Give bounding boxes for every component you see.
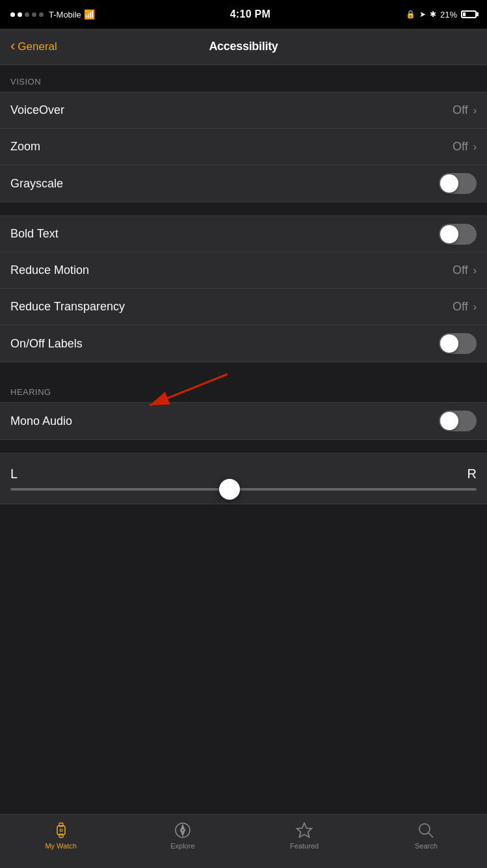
svg-line-11 xyxy=(428,833,433,837)
signal-dot-4 xyxy=(32,12,36,17)
svg-marker-9 xyxy=(297,823,312,837)
compass-icon xyxy=(174,821,192,839)
hearing-group: Mono Audio xyxy=(0,402,487,440)
mono-audio-label: Mono Audio xyxy=(10,414,72,428)
slider-labels: L R xyxy=(10,467,477,481)
zoom-label: Zoom xyxy=(10,140,40,154)
bold-text-toggle[interactable] xyxy=(439,224,477,245)
toggle-knob xyxy=(440,412,458,430)
back-button[interactable]: ‹ General xyxy=(10,40,57,53)
chevron-right-icon: › xyxy=(473,301,477,313)
signal-dot-1 xyxy=(10,12,15,17)
nav-bar: ‹ General Accessibility xyxy=(0,29,487,65)
voiceover-label: VoiceOver xyxy=(10,103,64,117)
onoff-labels-label: On/Off Labels xyxy=(10,337,83,351)
onoff-labels-toggle[interactable] xyxy=(439,333,477,354)
tab-featured[interactable]: Featured xyxy=(244,820,365,850)
tab-featured-label: Featured xyxy=(290,842,319,850)
spacer-1 xyxy=(0,202,487,215)
voiceover-row[interactable]: VoiceOver Off › xyxy=(0,92,487,129)
watch-icon xyxy=(52,821,70,839)
location-icon: ➤ xyxy=(419,10,426,19)
status-time: 4:10 PM xyxy=(230,8,271,20)
grayscale-label: Grayscale xyxy=(10,177,63,191)
bluetooth-icon: ✱ xyxy=(430,10,436,19)
lock-icon: 🔒 xyxy=(406,10,415,19)
carrier-label: T-Mobile xyxy=(49,10,81,20)
spacer-2 xyxy=(0,362,487,375)
toggle-knob xyxy=(440,334,458,353)
svg-marker-7 xyxy=(181,825,185,830)
chevron-right-icon: › xyxy=(473,105,477,116)
svg-rect-2 xyxy=(57,826,65,835)
svg-point-5 xyxy=(60,829,62,832)
page-title: Accessibility xyxy=(209,40,278,53)
section-header-hearing: HEARING xyxy=(0,375,487,402)
grayscale-toggle[interactable] xyxy=(439,173,477,194)
reduce-transparency-label: Reduce Transparency xyxy=(10,300,125,314)
slider-track[interactable] xyxy=(10,488,477,491)
mono-audio-row[interactable]: Mono Audio xyxy=(0,403,487,439)
reduce-transparency-value: Off › xyxy=(453,300,477,314)
slider-thumb[interactable] xyxy=(219,479,240,500)
reduce-motion-value: Off › xyxy=(453,264,477,277)
grayscale-row[interactable]: Grayscale xyxy=(0,165,487,202)
status-left: T-Mobile 📶 xyxy=(10,9,95,20)
signal-dot-3 xyxy=(25,12,29,17)
toggle-knob xyxy=(440,174,458,193)
chevron-right-icon: › xyxy=(473,141,477,153)
search-icon xyxy=(417,821,435,839)
tab-explore[interactable]: Explore xyxy=(122,820,243,850)
status-bar: T-Mobile 📶 4:10 PM 🔒 ➤ ✱ 21% xyxy=(0,0,487,29)
reduce-transparency-row[interactable]: Reduce Transparency Off › xyxy=(0,289,487,325)
tab-bar: My Watch Explore Featured Search xyxy=(0,814,487,868)
reduce-motion-row[interactable]: Reduce Motion Off › xyxy=(0,252,487,289)
display-group: Bold Text Reduce Motion Off › Reduce Tra… xyxy=(0,215,487,362)
signal-dot-5 xyxy=(39,12,44,17)
zoom-value: Off › xyxy=(453,140,477,154)
onoff-labels-row[interactable]: On/Off Labels xyxy=(0,325,487,362)
svg-marker-8 xyxy=(181,830,185,835)
voiceover-value: Off › xyxy=(453,103,477,117)
back-chevron-icon: ‹ xyxy=(10,39,15,53)
mono-audio-toggle[interactable] xyxy=(439,411,477,431)
chevron-right-icon: › xyxy=(473,265,477,277)
toggle-knob xyxy=(440,225,458,243)
svg-point-10 xyxy=(419,824,430,834)
spacer-3 xyxy=(0,440,487,453)
zoom-row[interactable]: Zoom Off › xyxy=(0,129,487,165)
bold-text-row[interactable]: Bold Text xyxy=(0,216,487,252)
vision-group: VoiceOver Off › Zoom Off › Grayscale xyxy=(0,92,487,202)
reduce-motion-label: Reduce Motion xyxy=(10,264,89,277)
tab-search[interactable]: Search xyxy=(365,820,487,850)
slider-right-label: R xyxy=(467,467,477,481)
tab-search-label: Search xyxy=(415,842,438,850)
slider-left-label: L xyxy=(10,467,18,481)
tab-my-watch[interactable]: My Watch xyxy=(0,820,122,850)
back-label: General xyxy=(18,40,57,53)
signal-dot-2 xyxy=(18,12,22,17)
bold-text-label: Bold Text xyxy=(10,227,59,241)
content-area: VISION VoiceOver Off › Zoom Off › Graysc… xyxy=(0,65,487,814)
tab-explore-label: Explore xyxy=(170,842,194,850)
wifi-icon: 📶 xyxy=(84,9,95,20)
star-icon xyxy=(295,821,313,839)
balance-slider-section: L R xyxy=(0,453,487,504)
status-right: 🔒 ➤ ✱ 21% xyxy=(406,10,477,20)
section-header-vision: VISION xyxy=(0,65,487,92)
battery-icon xyxy=(461,10,477,18)
tab-my-watch-label: My Watch xyxy=(45,842,77,850)
battery-percent: 21% xyxy=(440,10,457,20)
